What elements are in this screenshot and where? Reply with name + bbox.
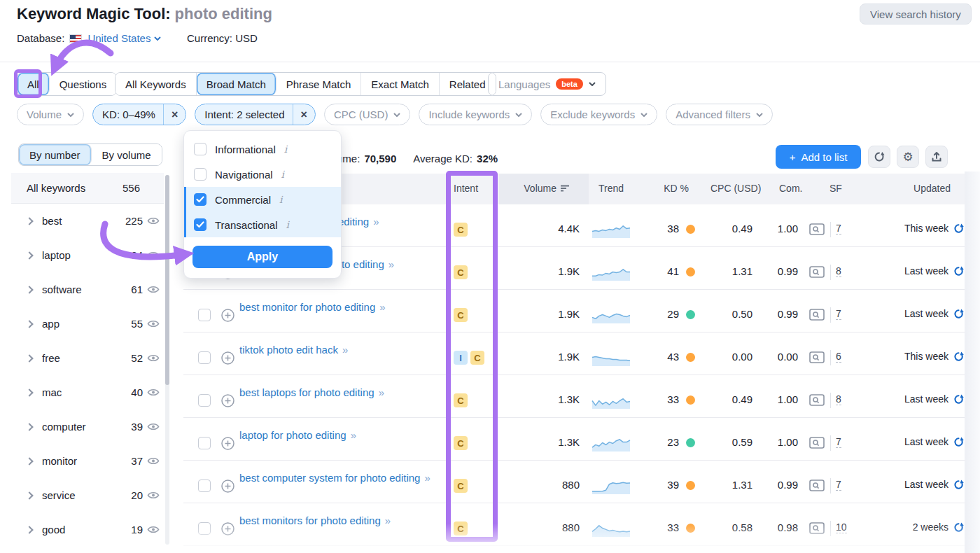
- eye-icon[interactable]: [147, 422, 160, 431]
- checkbox-unchecked[interactable]: [194, 168, 206, 181]
- sidebar-tab-by-number[interactable]: By number: [19, 144, 92, 165]
- open-keyword-icon[interactable]: »: [424, 472, 428, 484]
- sidebar-group-monitor[interactable]: monitor37: [11, 444, 164, 478]
- column-com[interactable]: Com.: [779, 183, 802, 194]
- filter-chip-cpc-usd[interactable]: CPC (USD): [324, 104, 411, 125]
- keyword-link[interactable]: best monitors for photo editing»: [239, 512, 447, 529]
- sidebar-group-computer[interactable]: computer39: [11, 410, 164, 444]
- row-checkbox[interactable]: [198, 522, 211, 535]
- add-keyword-icon[interactable]: [221, 309, 234, 325]
- sidebar-group-software[interactable]: software61: [11, 272, 164, 307]
- sf-value[interactable]: 8: [836, 393, 841, 405]
- tab-all-keywords[interactable]: All Keywords: [115, 73, 197, 95]
- checkbox-checked[interactable]: [194, 193, 206, 206]
- tab-related[interactable]: Related: [440, 73, 496, 95]
- tab-exact-match[interactable]: Exact Match: [361, 73, 440, 95]
- sidebar-group-laptop[interactable]: laptop64: [11, 238, 164, 272]
- intent-option-navigational[interactable]: Navigationali: [184, 162, 341, 187]
- all-keywords-row[interactable]: All keywords 556: [11, 173, 164, 204]
- eye-icon[interactable]: [147, 216, 160, 225]
- table-scrollbar-track[interactable]: [965, 172, 980, 553]
- database-select[interactable]: United States: [88, 32, 161, 44]
- expand-chevron-icon[interactable]: [25, 491, 33, 499]
- expand-chevron-icon[interactable]: [25, 457, 33, 465]
- column-sf[interactable]: SF: [830, 183, 842, 194]
- languages-dropdown[interactable]: Languages beta: [488, 72, 606, 96]
- eye-icon[interactable]: [147, 319, 160, 328]
- refresh-keyword-button[interactable]: [953, 437, 964, 450]
- keyword-link[interactable]: tiktok photo edit hack»: [239, 341, 447, 358]
- info-icon[interactable]: i: [286, 219, 289, 230]
- expand-chevron-icon[interactable]: [25, 388, 33, 396]
- expand-chevron-icon[interactable]: [25, 423, 33, 430]
- sf-value[interactable]: 7: [836, 479, 841, 491]
- sf-value[interactable]: 7: [836, 223, 841, 234]
- sf-value[interactable]: 8: [836, 265, 841, 277]
- close-icon[interactable]: ×: [163, 104, 186, 125]
- column-intent[interactable]: Intent: [454, 183, 478, 194]
- info-icon[interactable]: i: [281, 169, 284, 180]
- open-keyword-icon[interactable]: »: [379, 386, 383, 398]
- filter-chip-exclude-keywords[interactable]: Exclude keywords: [540, 104, 657, 125]
- column-cpc[interactable]: CPC (USD): [710, 183, 761, 194]
- open-keyword-icon[interactable]: »: [373, 216, 377, 227]
- filter-chip-include-keywords[interactable]: Include keywords: [419, 104, 532, 125]
- refresh-keyword-button[interactable]: [953, 351, 964, 365]
- keyword-link[interactable]: best laptops for photo editing»: [239, 384, 447, 401]
- close-icon[interactable]: ×: [293, 104, 315, 125]
- sidebar-group-app[interactable]: app55: [11, 307, 164, 341]
- sidebar-group-mac[interactable]: mac40: [11, 375, 164, 410]
- sf-value[interactable]: 7: [836, 308, 841, 320]
- open-keyword-icon[interactable]: »: [379, 301, 384, 313]
- expand-chevron-icon[interactable]: [25, 251, 33, 259]
- tab-broad-match[interactable]: Broad Match: [197, 73, 276, 95]
- refresh-keyword-button[interactable]: [953, 309, 964, 322]
- refresh-keyword-button[interactable]: [953, 266, 964, 279]
- sidebar-group-good[interactable]: good19: [11, 512, 164, 547]
- open-keyword-icon[interactable]: »: [388, 258, 393, 270]
- eye-icon[interactable]: [147, 251, 160, 260]
- row-checkbox[interactable]: [198, 309, 211, 321]
- row-checkbox[interactable]: [198, 437, 211, 449]
- add-keyword-icon[interactable]: [221, 479, 234, 496]
- keyword-link[interactable]: best monitor for photo editing»: [239, 298, 447, 316]
- sf-value[interactable]: 7: [836, 436, 841, 448]
- checkbox-checked[interactable]: [194, 218, 206, 231]
- sidebar-group-free[interactable]: free52: [11, 341, 164, 375]
- keyword-link[interactable]: best computer system for photo editing»: [239, 469, 447, 486]
- sidebar-group-service[interactable]: service20: [11, 478, 164, 512]
- eye-icon[interactable]: [147, 285, 160, 294]
- info-icon[interactable]: i: [284, 144, 287, 155]
- open-keyword-icon[interactable]: »: [351, 429, 355, 441]
- add-keyword-icon[interactable]: [221, 394, 234, 410]
- column-updated[interactable]: Updated: [841, 183, 951, 194]
- settings-button[interactable]: ⚙: [897, 146, 919, 168]
- keyword-link[interactable]: laptop for photo editing»: [239, 426, 447, 444]
- eye-icon[interactable]: [147, 525, 160, 534]
- serp-features-icon[interactable]: [809, 437, 825, 451]
- tab-phrase-match[interactable]: Phrase Match: [276, 73, 362, 95]
- expand-chevron-icon[interactable]: [25, 286, 33, 293]
- apply-button[interactable]: Apply: [192, 246, 332, 268]
- filter-chip-kd-0-49[interactable]: KD: 0–49%×: [92, 104, 186, 125]
- refresh-keyword-button[interactable]: [953, 223, 964, 237]
- refresh-keyword-button[interactable]: [953, 522, 964, 536]
- filter-chip-volume[interactable]: Volume: [17, 104, 84, 125]
- sidebar-scrollbar-thumb[interactable]: [165, 175, 169, 385]
- row-checkbox[interactable]: [198, 479, 211, 492]
- eye-icon[interactable]: [147, 354, 160, 363]
- export-button[interactable]: [925, 146, 948, 168]
- view-search-history-button[interactable]: View search history: [860, 4, 972, 24]
- tab-all[interactable]: All: [18, 73, 50, 95]
- column-kd[interactable]: KD %: [633, 183, 689, 194]
- serp-features-icon[interactable]: [809, 223, 825, 238]
- refresh-button[interactable]: [868, 146, 890, 168]
- serp-features-icon[interactable]: [809, 394, 825, 409]
- add-keyword-icon[interactable]: [221, 522, 234, 538]
- intent-option-commercial[interactable]: Commerciali: [184, 187, 341, 212]
- column-trend[interactable]: Trend: [598, 183, 624, 194]
- column-volume[interactable]: Volume: [491, 183, 570, 194]
- add-keyword-icon[interactable]: [221, 437, 234, 453]
- filter-chip-intent-2-selected[interactable]: Intent: 2 selected×: [195, 104, 316, 125]
- serp-features-icon[interactable]: [809, 266, 825, 281]
